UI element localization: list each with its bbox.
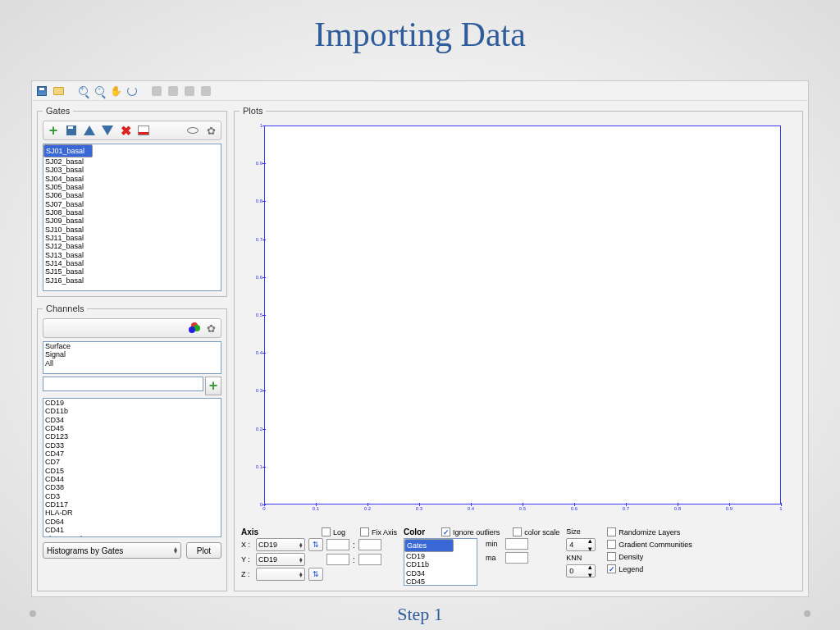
list-item[interactable]: CD123 — [43, 432, 221, 441]
list-item[interactable]: Surface — [43, 342, 221, 350]
list-item[interactable]: CD15 — [43, 467, 221, 475]
move-up-icon[interactable] — [81, 123, 98, 138]
add-channel-button[interactable]: + — [205, 377, 221, 395]
channel-groups-listbox[interactable]: SurfaceSignalAll — [43, 341, 221, 374]
list-item[interactable]: CD33 — [43, 441, 221, 450]
density-checkbox[interactable]: Density — [607, 552, 692, 561]
save-icon[interactable] — [35, 84, 48, 98]
y-axis: 00.10.20.30.40.50.60.70.80.91 — [240, 126, 264, 504]
list-item[interactable]: SJ15_basal — [43, 267, 221, 276]
list-item[interactable]: CD41 — [43, 526, 221, 534]
color-max-input[interactable] — [505, 552, 528, 564]
list-item[interactable]: SJ08_basal — [43, 208, 221, 217]
fix-axis-checkbox[interactable]: Fix Axis — [360, 527, 397, 536]
channel-colors-icon[interactable] — [185, 321, 201, 336]
x-min-input[interactable] — [326, 539, 349, 550]
list-item[interactable]: CD64 — [43, 518, 221, 526]
view-gate-icon[interactable] — [185, 123, 201, 138]
list-item[interactable]: SJ16_basal — [43, 276, 221, 285]
list-item[interactable]: SJ13_basal — [43, 251, 221, 259]
legend-checkbox[interactable]: ✓Legend — [607, 564, 692, 573]
list-item[interactable]: CD7 — [43, 458, 221, 466]
gates-listbox[interactable]: SJ01_basalSJ02_basalSJ03_basalSJ04_basal… — [43, 144, 221, 291]
y-max-input[interactable] — [358, 554, 381, 565]
pan-hand-icon[interactable]: ✋ — [109, 84, 122, 98]
gradient-communities-checkbox[interactable]: Gradient Communities — [607, 540, 692, 549]
x-axis-select[interactable]: CD19▴▾ — [256, 538, 305, 551]
y-label: Y : — [241, 555, 253, 564]
plots-panel: Plots 00.10.20.30.40.50.60.70.80.91 00.1… — [234, 106, 803, 591]
list-item[interactable]: SJ03_basal — [43, 166, 221, 174]
z-axis-select[interactable]: ▴▾ — [256, 568, 305, 581]
gate-settings-icon[interactable]: ✿ — [203, 123, 219, 138]
list-item[interactable]: CD34 — [404, 569, 477, 578]
save-gate-icon[interactable] — [63, 123, 80, 138]
list-item[interactable]: CD47 — [43, 450, 221, 458]
list-item[interactable]: CD44 — [43, 475, 221, 483]
list-item[interactable]: SJ14_basal — [43, 259, 221, 267]
list-item[interactable]: SJ06_basal — [43, 191, 221, 199]
log-checkbox[interactable]: Log — [322, 527, 345, 536]
knn-spinner[interactable]: 0▴▾ — [566, 564, 596, 578]
knn-label: KNN — [566, 554, 596, 562]
list-item[interactable]: Gates — [404, 539, 454, 552]
list-item[interactable]: CD38 — [43, 483, 221, 491]
plots-legend: Plots — [240, 106, 266, 116]
x-max-input[interactable] — [358, 539, 381, 550]
zoom-in-icon[interactable] — [76, 84, 89, 98]
y-axis-select[interactable]: CD19▴▾ — [256, 553, 305, 566]
list-item[interactable]: CD19 — [404, 552, 477, 560]
list-item[interactable]: All — [43, 359, 221, 368]
delete-gate-icon[interactable]: ✖ — [117, 123, 134, 138]
list-item[interactable]: Signal — [43, 350, 221, 358]
z-label: Z : — [241, 570, 253, 578]
plot-button[interactable]: Plot — [186, 542, 221, 559]
list-item[interactable]: CD34 — [43, 416, 221, 424]
add-channel-input[interactable] — [43, 377, 203, 391]
swap-yz-button[interactable]: ⇅ — [308, 568, 323, 581]
axis-head: Axis — [241, 527, 258, 536]
move-down-icon[interactable] — [99, 123, 116, 138]
list-item[interactable]: SJ04_basal — [43, 175, 221, 183]
list-item[interactable]: SJ02_basal — [43, 158, 221, 166]
add-gate-icon[interactable]: + — [45, 123, 62, 138]
list-item[interactable]: CD3 — [43, 492, 221, 500]
list-item[interactable]: SJ10_basal — [43, 226, 221, 234]
list-item[interactable]: SJ09_basal — [43, 217, 221, 225]
open-folder-icon[interactable] — [52, 84, 65, 98]
list-item[interactable]: phenograph — [43, 535, 221, 538]
list-item[interactable]: CD45 — [43, 424, 221, 432]
color-scale-checkbox[interactable]: color scale — [513, 527, 559, 536]
plot-type-combo[interactable]: Histograms by Gates▴▾ — [43, 542, 181, 559]
y-min-input[interactable] — [326, 554, 349, 565]
color-min-input[interactable] — [505, 538, 528, 550]
x-axis: 00.10.20.30.40.50.60.70.80.91 — [264, 504, 781, 518]
channels-panel: Channels ✿ SurfaceSignalAll + CD19CD11bC… — [37, 304, 227, 591]
swap-xy-button[interactable]: ⇅ — [308, 538, 323, 551]
list-item[interactable]: CD11b — [43, 407, 221, 415]
list-item[interactable]: CD11b — [404, 560, 477, 568]
channel-settings-icon[interactable]: ✿ — [203, 321, 219, 336]
randomize-layers-checkbox[interactable]: Randomize Layers — [607, 527, 692, 536]
list-item[interactable]: HLA-DR — [43, 509, 221, 517]
list-item[interactable]: SJ07_basal — [43, 200, 221, 208]
x-label: X : — [241, 541, 253, 549]
zoom-out-icon[interactable] — [93, 84, 106, 98]
ignore-outliers-checkbox[interactable]: ✓Ignore outliers — [441, 527, 500, 536]
color-by-listbox[interactable]: GatesCD19CD11bCD34CD45CD123CD33 — [404, 538, 477, 586]
rotate-icon[interactable] — [126, 84, 139, 98]
size-head: Size — [566, 527, 596, 536]
list-item[interactable]: SJ05_basal — [43, 183, 221, 191]
gate-chart-icon[interactable] — [135, 123, 152, 138]
plot-area[interactable]: 00.10.20.30.40.50.60.70.80.91 00.10.20.3… — [240, 121, 797, 524]
gates-toolbar: + ✖ ✿ — [43, 121, 221, 140]
list-item[interactable]: SJ12_basal — [43, 242, 221, 250]
list-item[interactable]: CD19 — [43, 399, 221, 407]
list-item[interactable]: SJ11_basal — [43, 234, 221, 242]
list-item[interactable]: CD117 — [43, 500, 221, 509]
size-spinner[interactable]: 4▴▾ — [566, 538, 596, 551]
slide-step: Step 1 — [0, 604, 840, 625]
channels-listbox[interactable]: CD19CD11bCD34CD45CD123CD33CD47CD7CD15CD4… — [43, 398, 221, 537]
list-item[interactable]: SJ01_basal — [43, 144, 93, 158]
list-item[interactable]: CD45 — [404, 578, 477, 586]
